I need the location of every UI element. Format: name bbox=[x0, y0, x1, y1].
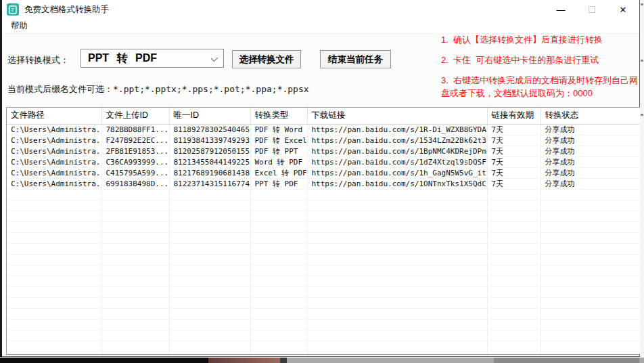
empty-cell bbox=[101, 211, 169, 221]
download-link-cell[interactable]: https://pan.baidu.com/s/1BpNMC4KDRejDPm.… bbox=[307, 146, 487, 156]
empty-cell bbox=[169, 189, 250, 200]
menu-help[interactable]: 帮助 bbox=[7, 19, 31, 33]
mode-select-value: PPT 转 PDF bbox=[88, 51, 157, 66]
chevron-down-icon bbox=[211, 55, 218, 62]
table-header-row: 文件路径文件上传ID唯一ID转换类型下载链接链接有效期转换状态 bbox=[7, 108, 641, 124]
column-header-2[interactable]: 唯一ID bbox=[169, 108, 250, 124]
empty-cell bbox=[487, 221, 540, 232]
empty-cell bbox=[169, 319, 250, 330]
conversion-type-cell: PDF 转 Word bbox=[250, 124, 307, 135]
empty-cell bbox=[169, 276, 250, 286]
background-right-edge bbox=[640, 0, 644, 357]
validity-cell: 7天 bbox=[487, 156, 540, 167]
empty-cell bbox=[540, 319, 641, 330]
conversion-type-cell: Excel 转 PDF bbox=[250, 167, 307, 178]
column-header-3[interactable]: 转换类型 bbox=[250, 108, 307, 124]
empty-row bbox=[7, 319, 641, 330]
empty-row bbox=[7, 308, 641, 319]
empty-cell bbox=[250, 330, 307, 341]
empty-cell bbox=[169, 286, 250, 297]
empty-cell bbox=[540, 232, 641, 243]
validity-cell: 7天 bbox=[487, 135, 540, 146]
empty-cell bbox=[250, 286, 307, 297]
table-row[interactable]: C:\Users\Administra...699183B498D...8122… bbox=[7, 178, 641, 189]
empty-cell bbox=[487, 265, 540, 276]
empty-cell bbox=[250, 341, 307, 351]
download-link-cell[interactable]: https://pan.baidu.com/s/1h_GagN5W5vG_it.… bbox=[307, 167, 487, 178]
app-window: 免费文档格式转换助手 — ✕ 帮助 选择转换模式： PPT 转 PDF 选择转换… bbox=[2, 0, 640, 357]
empty-cell bbox=[101, 341, 169, 351]
unique-id-cell: 81223714315116774 bbox=[169, 178, 250, 189]
empty-cell bbox=[7, 341, 101, 351]
empty-cell bbox=[169, 297, 250, 308]
table-row[interactable]: C:\Users\Administra...2FB81E91853...8120… bbox=[7, 146, 641, 156]
empty-cell bbox=[307, 319, 487, 330]
empty-row bbox=[7, 254, 641, 265]
unique-id-cell: 81189278302540465 bbox=[169, 124, 250, 135]
upload-id-cell: C36CA993999... bbox=[101, 156, 169, 167]
empty-cell bbox=[101, 243, 169, 254]
download-link-cell[interactable]: https://pan.baidu.com/s/1534LZm22Bk62t3.… bbox=[307, 135, 487, 146]
empty-cell bbox=[101, 200, 169, 211]
column-header-4[interactable]: 下载链接 bbox=[307, 108, 487, 124]
upload-id-cell: F247B92E2EC... bbox=[101, 135, 169, 146]
conversion-type-cell: PPT 转 PDF bbox=[250, 178, 307, 189]
download-link-cell[interactable]: https://pan.baidu.com/s/1dZ4Xtzql9sDQSF.… bbox=[307, 156, 487, 167]
download-link-cell[interactable]: https://pan.baidu.com/s/1R-Di_WZXB8GYDA.… bbox=[307, 124, 487, 135]
empty-cell bbox=[487, 330, 540, 341]
file-path-cell: C:\Users\Administra... bbox=[7, 178, 101, 189]
download-link-cell[interactable]: https://pan.baidu.com/s/1ONTnxTks1X5QdC.… bbox=[307, 178, 487, 189]
validity-cell: 7天 bbox=[487, 178, 540, 189]
file-path-cell: C:\Users\Administra... bbox=[7, 135, 101, 146]
empty-cell bbox=[169, 211, 250, 221]
column-header-0[interactable]: 文件路径 bbox=[7, 108, 101, 124]
table-row[interactable]: C:\Users\Administra...C36CA993999...8121… bbox=[7, 156, 641, 167]
empty-cell bbox=[487, 243, 540, 254]
empty-cell bbox=[487, 276, 540, 286]
empty-row bbox=[7, 297, 641, 308]
table-row[interactable]: C:\Users\Administra...782BBD88FF1...8118… bbox=[7, 124, 641, 135]
empty-cell bbox=[7, 276, 101, 286]
empty-cell bbox=[7, 189, 101, 200]
validity-cell: 7天 bbox=[487, 167, 540, 178]
mode-select[interactable]: PPT 转 PDF bbox=[80, 49, 224, 68]
empty-cell bbox=[7, 243, 101, 254]
empty-row bbox=[7, 232, 641, 243]
maximize-button[interactable] bbox=[576, 0, 607, 19]
empty-cell bbox=[307, 341, 487, 351]
empty-cell bbox=[101, 265, 169, 276]
empty-cell bbox=[250, 189, 307, 200]
empty-cell bbox=[101, 286, 169, 297]
table-row[interactable]: C:\Users\Administra...C415795A599...8121… bbox=[7, 167, 641, 178]
end-task-button[interactable]: 结束当前任务 bbox=[320, 50, 391, 68]
table-row[interactable]: C:\Users\Administra...F247B92E2EC...8119… bbox=[7, 135, 641, 146]
conversion-table: 文件路径文件上传ID唯一ID转换类型下载链接链接有效期转换状态 C:\Users… bbox=[6, 107, 641, 355]
empty-cell bbox=[540, 308, 641, 319]
empty-cell bbox=[487, 200, 540, 211]
column-header-5[interactable]: 链接有效期 bbox=[487, 108, 540, 124]
empty-cell bbox=[540, 351, 641, 355]
close-button[interactable]: ✕ bbox=[607, 0, 639, 19]
maximize-icon bbox=[589, 6, 595, 13]
empty-cell bbox=[307, 254, 487, 265]
empty-cell bbox=[169, 351, 250, 355]
notes: 1. 确认【选择转换文件】后直接进行转换 2. 卡住 可右键选中卡住的那条进行重… bbox=[441, 34, 641, 107]
empty-cell bbox=[101, 232, 169, 243]
empty-cell bbox=[7, 351, 101, 355]
empty-cell bbox=[250, 319, 307, 330]
background-mark bbox=[641, 60, 643, 62]
empty-cell bbox=[487, 254, 540, 265]
empty-cell bbox=[7, 254, 101, 265]
select-file-button[interactable]: 选择转换文件 bbox=[232, 50, 301, 68]
empty-cell bbox=[101, 351, 169, 355]
empty-cell bbox=[7, 221, 101, 232]
empty-cell bbox=[169, 232, 250, 243]
minimize-button[interactable]: — bbox=[545, 0, 576, 19]
empty-cell bbox=[7, 211, 101, 221]
validity-cell: 7天 bbox=[487, 124, 540, 135]
status-cell: 分享成功 bbox=[540, 135, 641, 146]
column-header-6[interactable]: 转换状态 bbox=[540, 108, 641, 124]
empty-row bbox=[7, 200, 641, 211]
column-header-1[interactable]: 文件上传ID bbox=[101, 108, 169, 124]
titlebar: 免费文档格式转换助手 — ✕ bbox=[2, 0, 639, 19]
